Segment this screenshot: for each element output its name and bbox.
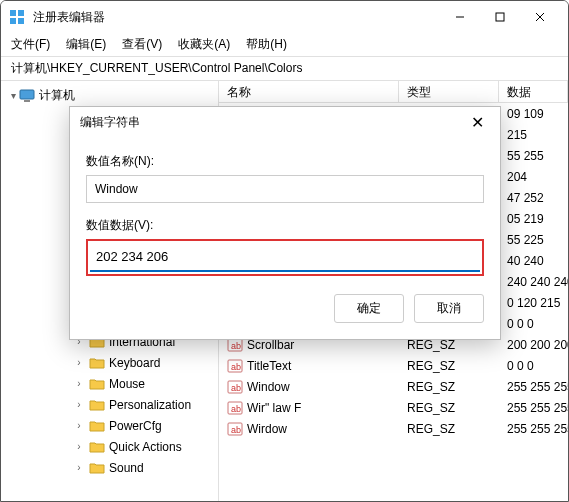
string-value-icon: ab [227,421,243,437]
menu-help[interactable]: 帮助(H) [246,36,287,53]
folder-icon [89,419,105,433]
value-data-label: 数值数据(V): [86,217,484,234]
cell-data: 240 240 240 [499,275,568,289]
collapse-icon[interactable]: ▾ [7,90,19,101]
svg-rect-1 [18,10,24,16]
tree-item-label: Sound [109,461,144,475]
svg-rect-3 [18,18,24,24]
computer-icon [19,89,35,103]
svg-rect-5 [496,13,504,21]
value-name-field[interactable]: Window [86,175,484,203]
cell-data: 55 255 [499,149,568,163]
expand-icon[interactable]: › [73,462,85,473]
folder-icon [89,356,105,370]
cell-name: abWir" law F [219,400,399,416]
expand-icon[interactable]: › [73,399,85,410]
maximize-button[interactable] [480,3,520,31]
menu-view[interactable]: 查看(V) [122,36,162,53]
value-data-highlight [86,239,484,276]
svg-text:ab: ab [231,341,241,351]
string-value-icon: ab [227,400,243,416]
svg-text:ab: ab [231,425,241,435]
svg-rect-8 [20,90,34,99]
dialog-title-text: 编辑字符串 [80,114,465,131]
menu-file[interactable]: 文件(F) [11,36,50,53]
folder-icon [89,377,105,391]
expand-icon[interactable]: › [73,420,85,431]
titlebar: 注册表编辑器 [1,1,568,33]
cell-data: 255 255 255 [499,422,568,436]
dialog-close-button[interactable]: ✕ [465,111,490,134]
svg-text:ab: ab [231,383,241,393]
svg-text:ab: ab [231,404,241,414]
tree-item-label: Mouse [109,377,145,391]
list-row[interactable]: abWindowREG_SZ255 255 255 [219,376,568,397]
tree-item[interactable]: ›Sound [1,457,218,478]
cell-type: REG_SZ [399,422,499,436]
cell-name: abWirdow [219,421,399,437]
tree-root[interactable]: ▾ 计算机 [1,85,218,106]
address-text: 计算机\HKEY_CURRENT_USER\Control Panel\Colo… [11,60,302,77]
cell-name: abWindow [219,379,399,395]
close-button[interactable] [520,3,560,31]
tree-root-label: 计算机 [39,87,75,104]
cell-type: REG_SZ [399,359,499,373]
tree-item[interactable]: ›Personalization [1,394,218,415]
folder-icon [89,398,105,412]
cell-data: 0 120 215 [499,296,568,310]
window-title: 注册表编辑器 [33,9,440,26]
cell-type: REG_SZ [399,380,499,394]
tree-item-label: PowerCfg [109,419,162,433]
expand-icon[interactable]: › [73,441,85,452]
cell-name: abTitleText [219,358,399,374]
cell-data: 255 255 255 [499,380,568,394]
address-bar[interactable]: 计算机\HKEY_CURRENT_USER\Control Panel\Colo… [1,57,568,81]
tree-item[interactable]: ›Quick Actions [1,436,218,457]
list-row[interactable]: abWir" law FREG_SZ255 255 255 [219,397,568,418]
col-data[interactable]: 数据 [499,81,568,102]
col-type[interactable]: 类型 [399,81,499,102]
string-value-icon: ab [227,379,243,395]
cell-data: 05 219 [499,212,568,226]
cell-data: 40 240 [499,254,568,268]
cell-data: 47 252 [499,191,568,205]
value-name-label: 数值名称(N): [86,153,484,170]
svg-rect-2 [10,18,16,24]
regedit-icon [9,9,25,25]
list-row[interactable]: abWirdowREG_SZ255 255 255 [219,418,568,439]
list-header: 名称 类型 数据 [219,81,568,103]
cell-data: 204 [499,170,568,184]
menu-fav[interactable]: 收藏夹(A) [178,36,230,53]
expand-icon[interactable]: › [73,357,85,368]
cell-data: 55 225 [499,233,568,247]
menubar: 文件(F) 编辑(E) 查看(V) 收藏夹(A) 帮助(H) [1,33,568,57]
menu-edit[interactable]: 编辑(E) [66,36,106,53]
expand-icon[interactable]: › [73,378,85,389]
value-data-input[interactable] [90,243,480,272]
tree-item-label: Keyboard [109,356,160,370]
cell-data: 0 0 0 [499,317,568,331]
tree-item-label: Personalization [109,398,191,412]
ok-button[interactable]: 确定 [334,294,404,323]
minimize-button[interactable] [440,3,480,31]
tree-item[interactable]: ›Mouse [1,373,218,394]
edit-string-dialog: 编辑字符串 ✕ 数值名称(N): Window 数值数据(V): 确定 取消 [69,106,501,340]
tree-item[interactable]: ›PowerCfg [1,415,218,436]
cell-type: REG_SZ [399,401,499,415]
tree-item[interactable]: ›Keyboard [1,352,218,373]
tree-item-label: Quick Actions [109,440,182,454]
folder-icon [89,440,105,454]
cell-data: 255 255 255 [499,401,568,415]
svg-rect-0 [10,10,16,16]
folder-icon [89,461,105,475]
cell-data: 215 [499,128,568,142]
list-row[interactable]: abTitleTextREG_SZ0 0 0 [219,355,568,376]
col-name[interactable]: 名称 [219,81,399,102]
cancel-button[interactable]: 取消 [414,294,484,323]
cell-data: 09 109 [499,107,568,121]
cell-data: 200 200 200 [499,338,568,352]
string-value-icon: ab [227,358,243,374]
window-controls [440,3,560,31]
svg-text:ab: ab [231,362,241,372]
svg-rect-9 [24,100,30,102]
